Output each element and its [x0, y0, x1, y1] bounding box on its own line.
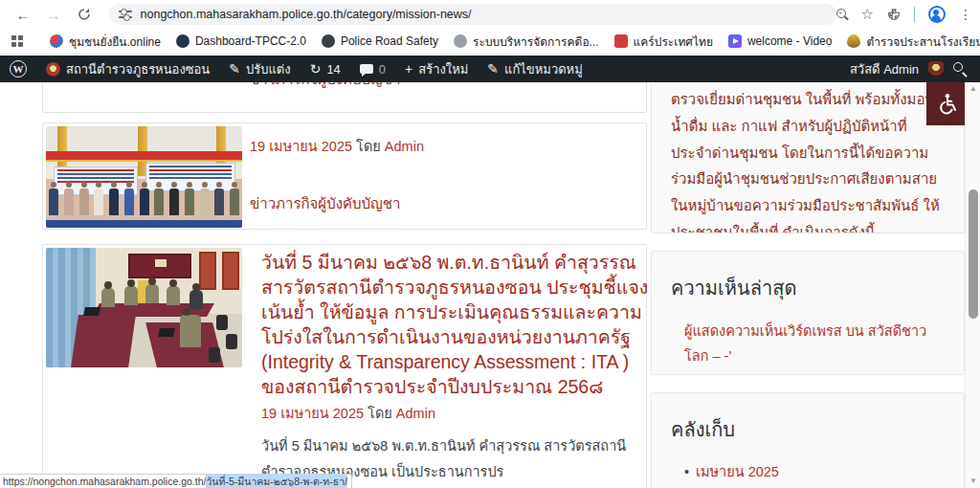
post-card-event: 19 เมษายน 2025 โดย Admin ข่าวภารกิจผู้บั…	[42, 122, 647, 230]
customize-label: ปรับแต่ง	[246, 59, 291, 79]
url-text[interactable]: nongchon.mahasarakham.police.go.th/categ…	[141, 8, 472, 21]
new-label: สร้างใหม่	[418, 59, 468, 79]
vertical-scrollbar[interactable]: ▲ ▼	[965, 82, 980, 488]
archive-link[interactable]: เมษายน 2025	[684, 460, 945, 484]
sidebar: ตรวจเยี่ยมด่านชุมชน ในพื้นที่ พร้อมทั้งม…	[651, 82, 965, 488]
bookmark-label: แคร์ประเทศไทย	[634, 33, 713, 51]
forward-icon[interactable]: →	[44, 3, 63, 26]
by-label: โดย	[356, 139, 381, 154]
browser-toolbar: ← → nongchon.mahasarakham.police.go.th/c…	[0, 0, 980, 29]
bookmark-favicon	[847, 34, 860, 48]
bookmark-item[interactable]: ตำรวจประสานโรงเรียน	[839, 33, 980, 51]
updates-icon: ↻	[310, 62, 322, 76]
bookmark-item[interactable]: ระบบบริหารจัดการคดีอ...	[446, 33, 607, 51]
bookmark-item[interactable]: Dashboard-TPCC-2.0	[168, 34, 314, 48]
bookmark-item[interactable]: แคร์ประเทศไทย	[607, 33, 721, 51]
post-card-ita: วันที่ 5 มีนาคม ๒๕๖8 พ.ต.ท.ธานินท์ คำสุว…	[42, 244, 647, 488]
bookmark-item[interactable]: ชุมชนยั่งยืน.online	[42, 33, 168, 51]
post-meta: 19 เมษายน 2025 โดย Admin	[261, 402, 656, 424]
site-settings-icon[interactable]	[119, 9, 132, 20]
plus-icon: +	[405, 62, 412, 76]
bookmark-label: welcome - Video	[747, 34, 833, 48]
patrol-text: ตรวจเยี่ยมด่านชุมชน ในพื้นที่ พร้อมทั้งม…	[671, 86, 945, 233]
scroll-down-icon[interactable]: ▼	[966, 475, 980, 488]
post-thumbnail[interactable]	[46, 126, 242, 228]
bookmark-favicon	[322, 34, 335, 48]
scrollbar-thumb[interactable]	[969, 189, 978, 319]
post-card-partial: ข่าวภารกิจผู้บังคับบัญชา	[42, 82, 647, 113]
bookmarks-bar: ชุมชนยั่งยืน.online Dashboard-TPCC-2.0 P…	[0, 29, 980, 55]
bookmark-label: Dashboard-TPCC-2.0	[195, 34, 306, 48]
updates-menu[interactable]: ↻ 14	[301, 55, 350, 82]
browser-window: ← → nongchon.mahasarakham.police.go.th/c…	[0, 0, 980, 488]
updates-count: 14	[326, 62, 340, 77]
status-url-bubble: https://nongchon.mahasarakham.police.go.…	[0, 474, 352, 488]
bookmark-label: ตำรวจประสานโรงเรียน	[866, 33, 980, 51]
address-bar[interactable]: nongchon.mahasarakham.police.go.th/categ…	[109, 4, 836, 25]
bookmark-favicon	[614, 34, 628, 48]
search-icon[interactable]	[953, 62, 967, 76]
pencil-icon: ✎	[487, 62, 499, 76]
widget-recent-comments: ความเห็นล่าสุด ผู้แสดงความเห็นเวิร์ดเพรส…	[651, 251, 965, 375]
widget-archives: คลังเก็บ เมษายน 2025 เมษายน 2024 มีนาคม …	[651, 392, 965, 488]
status-url-prefix: https://nongchon.mahasarakham.police.go.…	[3, 476, 206, 487]
profile-avatar-icon[interactable]	[928, 6, 946, 23]
zoom-icon[interactable]: +	[836, 9, 848, 20]
bookmark-item[interactable]: welcome - Video	[721, 34, 840, 48]
post-author-link[interactable]: Admin	[385, 139, 424, 154]
bookmark-favicon	[176, 34, 189, 48]
bookmark-favicon	[50, 34, 63, 48]
reload-icon[interactable]	[75, 3, 94, 26]
edit-category-menu[interactable]: ✎ แก้ไขหมวดหมู่	[478, 55, 591, 82]
archives-list: เมษายน 2025 เมษายน 2024 มีนาคม 2023	[671, 460, 945, 488]
post-date-link[interactable]: 19 เมษายน 2025	[261, 406, 364, 421]
archives-title: คลังเก็บ	[671, 414, 945, 445]
bookmark-item[interactable]: Police Road Safety	[314, 34, 446, 48]
posts-column: ข่าวภารกิจผู้บังคับบัญชา	[42, 82, 647, 488]
scroll-up-icon[interactable]: ▲	[966, 82, 980, 96]
menu-icon[interactable]: ⋮	[959, 7, 972, 22]
site-name-menu[interactable]: สถานีตำรวจภูธรหนองซอน	[36, 55, 219, 82]
status-url-path: วันที่-5-มีนาคม-๒๕๖8-พ-ต-ท-ธา/	[206, 474, 347, 488]
post-meta: 19 เมษายน 2025 โดย Admin	[250, 135, 635, 157]
wordpress-logo-icon: W	[10, 60, 27, 78]
customize-brush-icon: ✎	[229, 62, 240, 76]
accessibility-button[interactable]	[926, 82, 965, 125]
widget-patrol-news: ตรวจเยี่ยมด่านชุมชน ในพื้นที่ พร้อมทั้งม…	[651, 82, 965, 233]
post-category-link[interactable]: ข่าวภารกิจผู้บังคับบัญชา	[250, 195, 400, 211]
archive-link[interactable]: เมษายน 2024	[684, 484, 945, 488]
extensions-icon[interactable]	[887, 8, 901, 21]
site-name-label: สถานีตำรวจภูธรหนองซอน	[66, 59, 210, 79]
wp-logo-menu[interactable]: W	[0, 55, 36, 82]
bookmark-favicon	[728, 34, 742, 48]
back-icon[interactable]: ←	[13, 3, 33, 26]
post-author-link[interactable]: Admin	[396, 406, 435, 421]
post-thumbnail[interactable]	[46, 248, 242, 367]
bookmark-label: Police Road Safety	[341, 34, 438, 48]
user-avatar[interactable]	[928, 61, 944, 77]
post-category-link[interactable]: ข่าวภารกิจผู้บังคับบัญชา	[250, 82, 400, 87]
wp-admin-bar: W สถานีตำรวจภูธรหนองซอน ✎ ปรับแต่ง ↻ 14 …	[0, 55, 980, 82]
bookmark-label: ระบบบริหารจัดการคดีอ...	[473, 33, 599, 51]
new-content-menu[interactable]: + สร้างใหม่	[395, 55, 478, 82]
comments-count: 0	[379, 62, 386, 77]
recent-comments-title: ความเห็นล่าสุด	[671, 273, 945, 303]
account-greeting[interactable]: สวัสดี Admin	[850, 59, 919, 79]
recent-comment-link[interactable]: ผู้แสดงความเห็นเวิร์ดเพรส บน สวัสดีชาวโล…	[671, 319, 945, 368]
bookmark-star-icon[interactable]: ☆	[861, 6, 874, 23]
page-content: ข่าวภารกิจผู้บังคับบัญชา	[0, 82, 965, 488]
comments-menu[interactable]: 0	[350, 55, 395, 82]
bookmark-favicon	[454, 34, 467, 48]
post-title-link[interactable]: วันที่ 5 มีนาคม ๒๕๖8 พ.ต.ท.ธานินท์ คำสุว…	[261, 252, 648, 397]
comments-bubble-icon	[360, 64, 373, 74]
customize-menu[interactable]: ✎ ปรับแต่ง	[219, 55, 300, 82]
post-date-link[interactable]: 19 เมษายน 2025	[250, 139, 352, 154]
toolbar-divider	[914, 7, 915, 22]
edit-label: แก้ไขหมวดหมู่	[504, 59, 583, 79]
apps-grid-icon[interactable]	[11, 35, 23, 47]
bookmark-label: ชุมชนยั่งยืน.online	[69, 33, 161, 51]
by-label: โดย	[368, 406, 392, 421]
site-favicon-icon	[46, 62, 60, 77]
wheelchair-icon	[935, 92, 960, 117]
